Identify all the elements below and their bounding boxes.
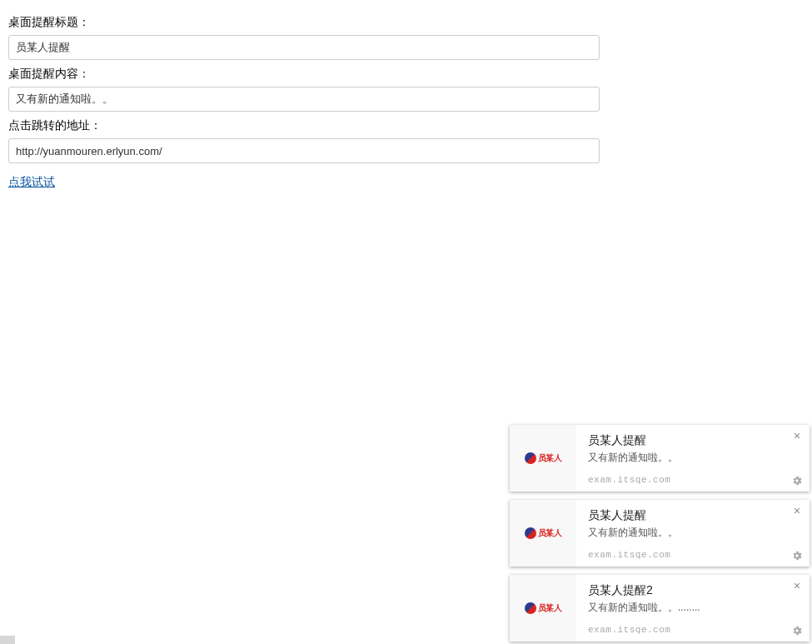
notification-body: 员某人提醒 又有新的通知啦。。 exam.itsqe.com [576,500,810,567]
notification-body: 员某人提醒2 又有新的通知啦。。........ exam.itsqe.com [576,575,810,642]
close-icon[interactable]: × [791,580,803,592]
content-label: 桌面提醒内容： [8,67,600,82]
app-logo-icon [525,452,536,464]
gear-icon[interactable] [791,475,803,487]
title-input[interactable] [8,35,600,60]
notification-content: 又有新的通知啦。。........ [588,601,798,615]
url-label: 点击跳转的地址： [8,118,600,133]
notification-toast[interactable]: 员某人 员某人提醒 又有新的通知啦。。 exam.itsqe.com × [510,425,810,492]
gear-icon[interactable] [791,625,803,637]
notification-app-icon: 员某人 [510,575,576,642]
notification-origin: exam.itsqe.com [588,550,798,560]
url-input[interactable] [8,138,600,163]
notification-origin: exam.itsqe.com [588,625,798,635]
notification-app-icon: 员某人 [510,500,576,567]
notification-title: 员某人提醒2 [588,583,798,598]
notification-body: 员某人提醒 又有新的通知啦。。 exam.itsqe.com [576,425,810,492]
footer-strip [0,636,15,644]
close-icon[interactable]: × [791,505,803,517]
try-link[interactable]: 点我试试 [8,175,55,190]
notification-content: 又有新的通知啦。。 [588,526,798,540]
notification-origin: exam.itsqe.com [588,475,798,485]
notification-title: 员某人提醒 [588,508,798,523]
content-input[interactable] [8,87,600,112]
title-label: 桌面提醒标题： [8,15,600,30]
close-icon[interactable]: × [791,430,803,442]
app-logo-icon [525,527,536,539]
notification-app-icon: 员某人 [510,425,576,492]
notification-toast[interactable]: 员某人 员某人提醒 又有新的通知啦。。 exam.itsqe.com × [510,500,810,567]
gear-icon[interactable] [791,550,803,562]
notification-form: 桌面提醒标题： 桌面提醒内容： 点击跳转的地址： 点我试试 [0,0,608,198]
notification-title: 员某人提醒 [588,433,798,448]
notification-stack: 员某人 员某人提醒 又有新的通知啦。。 exam.itsqe.com × 员某人… [510,425,810,642]
app-logo-icon [525,602,536,614]
notification-content: 又有新的通知啦。。 [588,451,798,465]
notification-toast[interactable]: 员某人 员某人提醒2 又有新的通知啦。。........ exam.itsqe.… [510,575,810,642]
